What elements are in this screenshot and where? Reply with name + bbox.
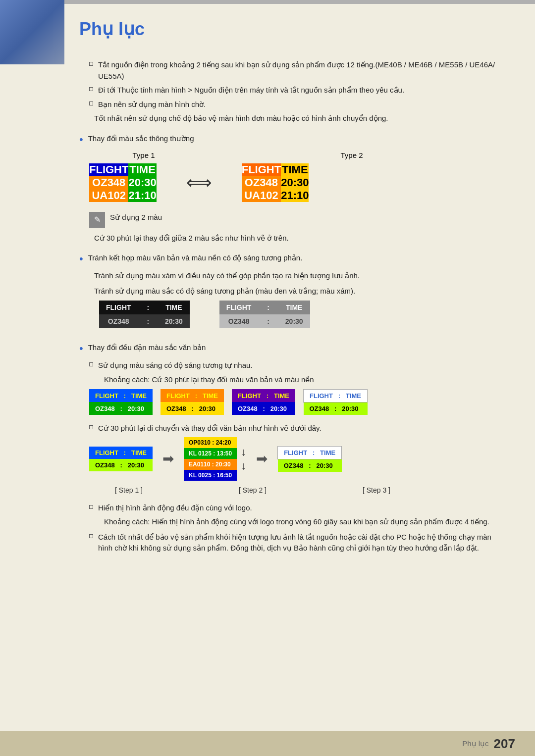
step2-table: OP0310 : 24:20 KL 0125 : 13:50 EA0110 : … — [184, 437, 237, 481]
flight-table-type1: FLIGHT TIME OZ348 20:30 UA102 21:10 — [89, 163, 157, 202]
note-icon-row: Sử dụng 2 màu — [89, 212, 505, 228]
sub-bullet-3: Bạn nên sử dụng màn hình chờ. — [89, 99, 505, 110]
page-header: Phụ lục — [0, 4, 535, 50]
sub-bullet-4-1: Sử dụng màu sáng có độ sáng tương tự nha… — [89, 360, 505, 371]
bullet-section-2: • Thay đổi màu sắc thông thường Type 1 T… — [79, 133, 505, 244]
scroll-r2: KL 0125 : 13:50 — [184, 448, 237, 459]
sub-bullet-2-text: Đi tới Thuộc tính màn hình > Nguồn điện … — [98, 85, 404, 96]
avoid-dark-d2: : — [138, 314, 158, 328]
table-row: OZ348 : 20:30 — [89, 459, 153, 471]
step2-group: OP0310 : 24:20 KL 0125 : 13:50 EA0110 : … — [184, 437, 246, 481]
bullet-main-2-text: Thay đổi màu sắc thông thường — [88, 133, 194, 145]
ft2-header-right: TIME — [281, 163, 309, 176]
ft2-data-time2: 21:10 — [281, 189, 309, 202]
table-row: OZ348 : 20:30 — [99, 314, 190, 328]
type1-label: Type 1 — [89, 151, 198, 159]
square-bullet-icon — [89, 425, 93, 429]
scroll-r4: KL 0025 : 16:50 — [184, 470, 237, 481]
step1-table: FLIGHT : TIME OZ348 : 20:30 — [89, 447, 153, 471]
sub-bullet-4-3: Hiển thị hình ảnh động đều đặn cùng với … — [89, 503, 505, 514]
steps-row: FLIGHT : TIME OZ348 : 20:30 ➡ OP0310 : 2… — [89, 437, 505, 481]
ft1-data-time2: 21:10 — [128, 189, 156, 202]
flight-display-row: FLIGHT TIME OZ348 20:30 UA102 21:10 ⟺ FL… — [89, 163, 505, 202]
note-pencil-icon — [89, 212, 105, 228]
sub-bullet-1: Tắt nguồn điện trong khoảng 2 tiếng sau … — [89, 59, 505, 82]
right-arrow-icon: ➡ — [162, 451, 174, 467]
square-bullet-icon — [89, 505, 93, 509]
blue-dot-icon: • — [79, 252, 83, 265]
flight-table-type2: FLIGHT TIME OZ348 20:30 UA102 21:10 — [242, 163, 309, 202]
rotation-tables-row: FLIGHT : TIME OZ348 : 20:30 FLIGHT : TIM… — [89, 389, 505, 415]
sub-bullet-4-4: Cách tốt nhất để bảo vệ sản phẩm khỏi hi… — [89, 532, 505, 554]
bullet-section-1: Tắt nguồn điện trong khoảng 2 tiếng sau … — [79, 59, 505, 124]
table-row: FLIGHT : TIME — [99, 301, 190, 314]
step-label-3: [ Step 3 ] — [363, 486, 390, 494]
avoid-gray-h1: FLIGHT — [219, 301, 259, 314]
main-content: Tắt nguồn điện trong khoảng 2 tiếng sau … — [0, 50, 535, 603]
step-label-1: [ Step 1 ] — [115, 486, 143, 494]
ft1-header-right: TIME — [128, 163, 156, 176]
footer-label: Phụ lục — [462, 739, 488, 748]
square-bullet-icon — [89, 534, 93, 538]
table-row: UA102 21:10 — [89, 189, 157, 202]
step-labels-row: [ Step 1 ] [ Step 2 ] [ Step 3 ] — [89, 486, 505, 495]
avoid-black-h1: FLIGHT — [99, 301, 138, 314]
footer-page-number: 207 — [494, 736, 515, 752]
table-row: FLIGHT : TIME — [160, 389, 224, 402]
sub-bullet-1-text: Tắt nguồn điện trong khoảng 2 tiếng sau … — [98, 59, 505, 82]
table-row: FLIGHT : TIME — [278, 446, 342, 459]
sub-bullet-4-3-text: Hiển thị hình ảnh động đều đặn cùng với … — [98, 503, 252, 514]
bullet-main-4-text: Thay đổi đều đặn màu sắc văn bản — [88, 342, 206, 353]
table-row: OZ348 20:30 — [242, 176, 309, 189]
table-row: FLIGHT : TIME — [304, 390, 368, 403]
rot-table-1: FLIGHT : TIME OZ348 : 20:30 — [89, 389, 153, 415]
scroll-r1: OP0310 : 24:20 — [184, 437, 237, 448]
table-row: OZ348 : 20:30 — [89, 402, 153, 415]
sub-bullet-3-text: Bạn nên sử dụng màn hình chờ. — [98, 99, 206, 110]
avoid-lgray-d2: : — [258, 314, 278, 328]
ft1-data-ua: UA102 — [89, 189, 128, 202]
bullet-section-3: • Tránh kết hợp màu văn bản và màu nền c… — [79, 252, 505, 333]
table-row: OZ348 : 20:30 — [219, 314, 310, 328]
avoid-gray-h3: TIME — [278, 301, 310, 314]
table-row: EA0110 : 20:30 — [184, 459, 237, 470]
table-row: KL 0125 : 13:50 — [184, 448, 237, 459]
blue-dot-icon: • — [79, 342, 83, 355]
left-right-arrow-icon: ⟺ — [186, 172, 212, 193]
rot3-header: FLIGHT : TIME — [232, 389, 295, 402]
b3-note2: Tránh sử dụng màu sắc có độ sáng tương p… — [94, 286, 505, 297]
step3-table: FLIGHT : TIME OZ348 : 20:30 — [277, 446, 342, 472]
table-row: OZ348 : 20:30 — [160, 402, 224, 415]
scroll-r3: EA0110 : 20:30 — [184, 459, 237, 470]
ft2-data-ua: UA102 — [242, 189, 281, 202]
ft1-header-left: FLIGHT — [89, 163, 128, 176]
b3-note1: Tránh sử dụng màu xám vì điều này có thể… — [94, 270, 505, 282]
table-row: OZ348 : 20:30 — [304, 403, 368, 415]
down-arrows-icon: ↓ ↓ — [241, 446, 246, 472]
sub-bullet-4-4-text: Cách tốt nhất để bảo vệ sản phẩm khỏi hi… — [98, 532, 505, 554]
table-row: FLIGHT : TIME — [219, 301, 310, 314]
sub-bullet-2: Đi tới Thuộc tính màn hình > Nguồn điện … — [89, 85, 505, 96]
step3-header: FLIGHT : TIME — [278, 446, 342, 459]
sub-bullet-4-2-text: Cứ 30 phút lại di chuyển và thay đổi văn… — [98, 423, 321, 434]
down-arrow-1: ↓ — [241, 446, 246, 458]
sub-bullet-4-1-text: Sử dụng màu sáng có độ sáng tương tự nha… — [98, 360, 253, 371]
avoid-table-gray: FLIGHT : TIME OZ348 : 20:30 — [219, 301, 310, 328]
table-row: FLIGHT : TIME — [89, 389, 153, 402]
avoid-table-black: FLIGHT : TIME OZ348 : 20:30 — [99, 301, 190, 328]
avoid-lgray-d1: OZ348 — [219, 314, 259, 328]
bullet-main-3-text: Tránh kết hợp màu văn bản và màu nền có … — [88, 252, 303, 264]
note-label: Sử dụng 2 màu — [110, 212, 162, 223]
rot2-header: FLIGHT : TIME — [160, 389, 224, 402]
ft2-data-oz: OZ348 — [242, 176, 281, 189]
page-title: Phụ lục — [79, 19, 505, 40]
rot-table-2: FLIGHT : TIME OZ348 : 20:30 — [160, 389, 224, 415]
step1-header: FLIGHT : TIME — [89, 447, 153, 459]
square-bullet-icon — [89, 62, 93, 66]
rot-table-4: FLIGHT : TIME OZ348 : 20:30 — [303, 389, 368, 415]
step3-data: OZ348 : 20:30 — [278, 459, 342, 472]
table-row: OZ348 : 20:30 — [232, 402, 295, 415]
avoid-dark-d3: 20:30 — [158, 314, 190, 328]
avoid-black-h3: TIME — [158, 301, 190, 314]
blue-dot-icon: • — [79, 133, 83, 146]
